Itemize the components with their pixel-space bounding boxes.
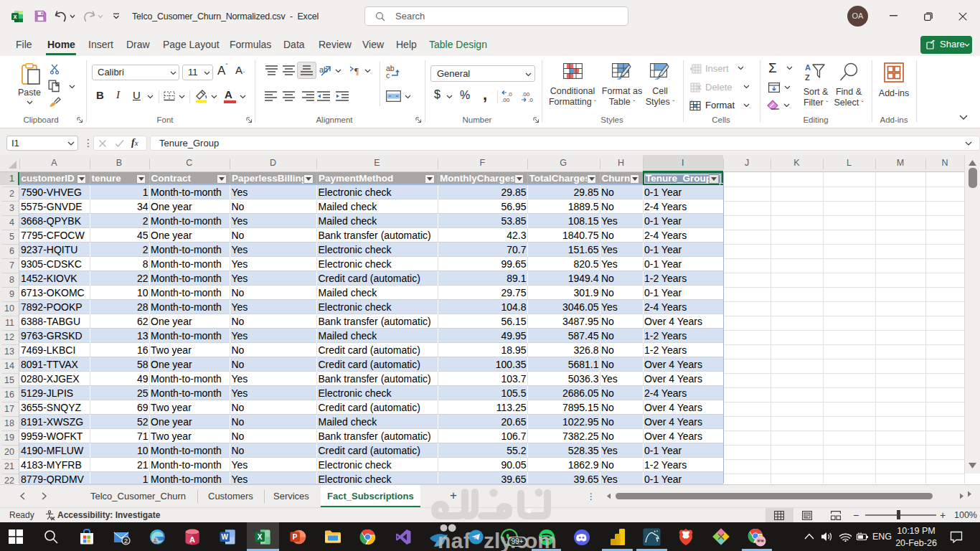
svg-text:2: 2 [124,537,128,545]
svg-text:W: W [221,533,228,541]
svg-text:.0: .0 [528,97,533,103]
svg-text:c: c [386,71,390,79]
svg-text:A: A [805,63,811,72]
svg-text:A: A [189,535,195,544]
svg-text:x: x [14,13,17,20]
svg-text:X: X [258,533,263,541]
svg-text:.00: .00 [501,97,510,103]
svg-text:¶: ¶ [354,65,359,75]
svg-text:P: P [293,533,298,541]
svg-text:Z: Z [805,73,810,82]
